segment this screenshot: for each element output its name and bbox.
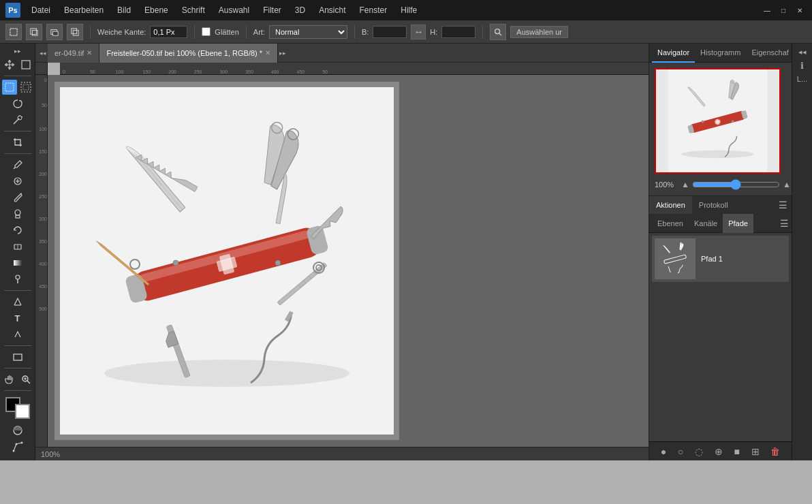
- zoom-level: 100%: [41, 450, 60, 458]
- menu-fenster[interactable]: Fenster: [354, 4, 393, 16]
- dodge-tool[interactable]: [10, 272, 25, 287]
- path-item-1[interactable]: Pfad 1: [652, 236, 789, 282]
- h-input[interactable]: [441, 26, 475, 38]
- menu-bild[interactable]: Bild: [112, 4, 136, 16]
- magic-wand-tool[interactable]: [10, 112, 25, 127]
- eraser-tool[interactable]: [10, 239, 25, 254]
- new-path-btn[interactable]: ⊞: [749, 445, 762, 458]
- clone-stamp-tool[interactable]: [10, 206, 25, 221]
- svg-line-30: [27, 381, 30, 383]
- menu-hilfe[interactable]: Hilfe: [395, 4, 422, 16]
- tab-eigenschaften[interactable]: Eigenschaf: [746, 44, 794, 63]
- menu-auswahl[interactable]: Auswahl: [213, 4, 255, 16]
- panel-collapse-btn[interactable]: ◂◂: [797, 46, 808, 58]
- rect-marquee-tool[interactable]: [2, 80, 17, 95]
- art-select[interactable]: Normal Fest umrissen Festes Verhältnis F…: [269, 25, 347, 39]
- layers-menu-btn[interactable]: ☰: [780, 218, 789, 229]
- learn-btn[interactable]: L...: [797, 75, 807, 83]
- stroke-path-btn[interactable]: ○: [675, 445, 686, 458]
- minimize-button[interactable]: —: [760, 5, 774, 16]
- menu-bearbeiten[interactable]: Bearbeiten: [59, 4, 109, 16]
- tab-kanaele[interactable]: Kanäle: [689, 214, 723, 233]
- v-tick-300: 300: [39, 217, 47, 221]
- path-selection-tool[interactable]: [10, 327, 25, 342]
- menu-schrift[interactable]: Schrift: [176, 4, 210, 16]
- maximize-button[interactable]: □: [777, 5, 790, 16]
- load-as-selection-btn[interactable]: ◌: [692, 445, 706, 458]
- smooth-checkbox[interactable]: [202, 27, 210, 36]
- lasso-tool[interactable]: [10, 96, 25, 111]
- selection-sub-btn[interactable]: [46, 24, 63, 40]
- v-tick-400: 400: [39, 262, 47, 266]
- swap-btn[interactable]: ↔: [411, 25, 426, 40]
- menu-3d[interactable]: 3D: [290, 4, 311, 16]
- soft-edge-input[interactable]: [150, 26, 187, 38]
- search-btn[interactable]: [490, 24, 506, 40]
- tab-file-2[interactable]: Freisteller-050.tif bei 100% (Ebene 1, R…: [99, 44, 278, 63]
- hand-tool[interactable]: [2, 372, 17, 387]
- selection-rect-btn[interactable]: [5, 24, 22, 40]
- delete-path-btn[interactable]: 🗑: [768, 445, 783, 458]
- canvas-body[interactable]: [48, 75, 649, 447]
- zoom-in-icon[interactable]: ▲: [783, 180, 791, 189]
- tool-row-lasso: [10, 96, 25, 111]
- select-action-btn[interactable]: Auswählen ur: [510, 26, 568, 38]
- menu-datei[interactable]: Datei: [26, 4, 56, 16]
- history-brush-tool[interactable]: [10, 223, 25, 238]
- ruler-vertical: 0 50 100 150 200 250 300 350 400 450 500: [35, 75, 48, 447]
- tab-scroll-right[interactable]: ▸▸: [278, 50, 287, 57]
- brush-tool[interactable]: [10, 190, 25, 205]
- pen-path-tool[interactable]: [10, 439, 25, 454]
- artboard-tool[interactable]: [18, 57, 33, 72]
- make-workpath-btn[interactable]: ⊕: [712, 445, 725, 458]
- close-button[interactable]: ✕: [793, 5, 807, 16]
- pen-tool[interactable]: [10, 294, 25, 309]
- tab-close-1[interactable]: ✕: [87, 49, 92, 57]
- selection-intersect-btn[interactable]: [67, 24, 83, 40]
- eyedropper-tool[interactable]: [10, 157, 25, 172]
- top-panel-tabs: Navigator Histogramm Eigenschaf Korrektu…: [649, 44, 792, 63]
- color-picker[interactable]: [5, 397, 30, 419]
- menu-ebene[interactable]: Ebene: [139, 4, 174, 16]
- tool-row-1: [2, 57, 33, 72]
- add-mask-btn[interactable]: ■: [731, 445, 742, 458]
- move-tool[interactable]: [2, 57, 17, 72]
- b-input[interactable]: [373, 26, 407, 38]
- tab-file-1[interactable]: er-049.tif ✕: [48, 44, 99, 63]
- quick-mask-tool[interactable]: [10, 423, 25, 438]
- selection-add-btn[interactable]: [26, 24, 42, 40]
- info-btn[interactable]: ℹ: [800, 61, 804, 71]
- canvas-row: 0 50 100 150 200 250 300 350 400 450 500: [35, 75, 649, 447]
- tool-sep-2: [4, 131, 31, 131]
- menu-ansicht[interactable]: Ansicht: [313, 4, 351, 16]
- svg-point-59: [275, 260, 281, 266]
- type-tool[interactable]: T: [10, 311, 25, 326]
- zoom-slider[interactable]: [692, 179, 780, 190]
- tab-close-2[interactable]: ✕: [265, 49, 270, 57]
- separator-3: [246, 25, 247, 39]
- tab-histogramm[interactable]: Histogramm: [695, 44, 746, 63]
- tab-pfade[interactable]: Pfade: [723, 214, 753, 233]
- tab-navigator[interactable]: Navigator: [652, 44, 695, 63]
- crop-tool[interactable]: [10, 135, 25, 150]
- zoom-tool[interactable]: [18, 372, 33, 387]
- zoom-out-icon[interactable]: ▲: [681, 180, 689, 189]
- tab-protokoll[interactable]: Protokoll: [692, 196, 735, 214]
- gradient-tool[interactable]: [10, 255, 25, 270]
- shape-tool[interactable]: [10, 349, 25, 364]
- v-tick-150: 150: [39, 149, 47, 154]
- svg-point-34: [12, 450, 14, 452]
- menu-filter[interactable]: Filter: [257, 4, 287, 16]
- actions-menu-btn[interactable]: ☰: [775, 200, 792, 210]
- ps-logo: Ps: [5, 3, 20, 18]
- tab-ebenen[interactable]: Ebenen: [652, 214, 689, 233]
- tab-aktionen[interactable]: Aktionen: [649, 196, 692, 214]
- single-row-tool[interactable]: [18, 80, 33, 95]
- tab-scroll-left[interactable]: ◂◂: [38, 50, 48, 57]
- fill-path-btn[interactable]: ●: [658, 445, 669, 458]
- sidebar-collapse-top[interactable]: ▸▸: [13, 46, 22, 56]
- title-bar: Ps Datei Bearbeiten Bild Ebene Schrift A…: [0, 0, 812, 20]
- v-tick-0: 0: [44, 78, 47, 82]
- svg-line-16: [22, 116, 22, 117]
- healing-tool[interactable]: [10, 174, 25, 189]
